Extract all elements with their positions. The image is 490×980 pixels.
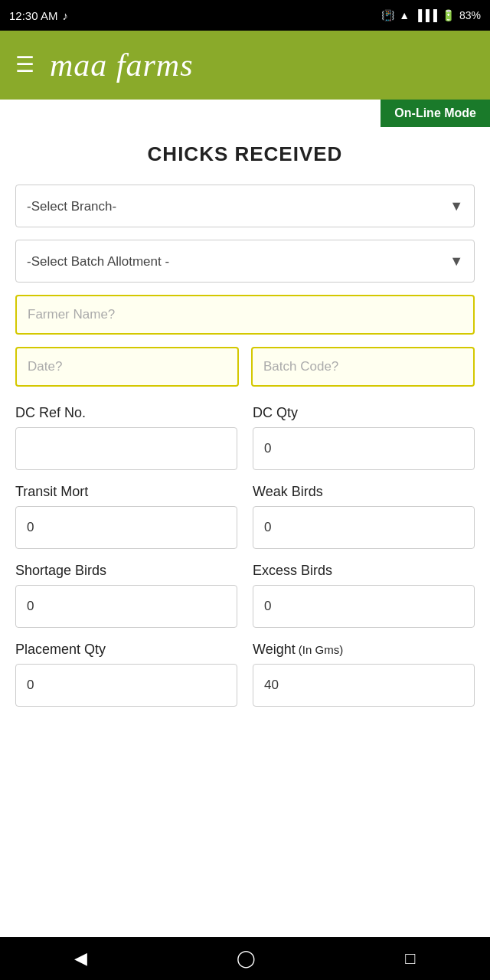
page-title: CHICKS RECEIVED <box>15 127 475 185</box>
recent-apps-button[interactable]: □ <box>390 942 430 975</box>
date-batchcode-row <box>15 347 475 387</box>
vibrate-icon: 📳 <box>381 9 394 21</box>
input-dc-qty[interactable] <box>253 427 475 470</box>
branch-dropdown-wrapper[interactable]: -Select Branch- ▼ <box>15 185 475 227</box>
field-group-excess-birds: Excess Birds <box>253 563 475 628</box>
status-left: 12:30 AM ♪ <box>9 9 68 22</box>
music-icon: ♪ <box>62 9 68 22</box>
date-input[interactable] <box>15 347 239 387</box>
label-placement-qty: Placement Qty <box>15 642 237 658</box>
label-dc-ref-no: DC Ref No. <box>15 405 237 421</box>
batch-dropdown-wrapper[interactable]: -Select Batch Allotment - ▼ <box>15 240 475 283</box>
field-group-shortage-birds: Shortage Birds <box>15 563 237 628</box>
field-group-transit-mort: Transit Mort <box>15 484 237 549</box>
input-placement-qty[interactable] <box>15 664 237 707</box>
menu-button[interactable]: ☰ <box>15 54 34 76</box>
battery-percent: 83% <box>459 9 481 21</box>
batch-dropdown-arrow: ▼ <box>449 253 463 270</box>
field-group-dc-qty: DC Qty <box>253 405 475 470</box>
input-transit-mort[interactable] <box>15 506 237 549</box>
field-group-weight: Weight (In Gms) <box>253 642 475 707</box>
farmer-name-row <box>15 295 475 335</box>
online-badge-row: On-Line Mode <box>0 100 490 127</box>
back-button[interactable]: ◀ <box>59 942 103 975</box>
bottom-nav: ◀ ◯ □ <box>0 937 490 980</box>
status-bar: 12:30 AM ♪ 📳 ▲ ▐▐▐ 🔋 83% <box>0 0 490 31</box>
label-weak-birds: Weak Birds <box>253 484 475 500</box>
online-mode-badge: On-Line Mode <box>381 100 490 127</box>
label-weight: Weight (In Gms) <box>253 642 475 658</box>
label-excess-birds: Excess Birds <box>253 563 475 579</box>
branch-dropdown[interactable]: -Select Branch- <box>27 199 449 214</box>
farmer-name-input[interactable] <box>15 295 475 335</box>
battery-icon: 🔋 <box>442 9 455 21</box>
app-header: ☰ maa farms <box>0 31 490 100</box>
batch-code-input[interactable] <box>251 347 475 387</box>
status-time: 12:30 AM <box>9 9 57 22</box>
input-dc-ref-no[interactable] <box>15 427 237 470</box>
home-button[interactable]: ◯ <box>221 942 271 975</box>
main-content: CHICKS RECEIVED -Select Branch- ▼ -Selec… <box>0 127 490 937</box>
input-weight[interactable] <box>253 664 475 707</box>
field-group-placement-qty: Placement Qty <box>15 642 237 707</box>
input-excess-birds[interactable] <box>253 585 475 628</box>
fields-grid: DC Ref No.DC QtyTransit MortWeak BirdsSh… <box>15 405 475 720</box>
label-transit-mort: Transit Mort <box>15 484 237 500</box>
field-group-weak-birds: Weak Birds <box>253 484 475 549</box>
label-dc-qty: DC Qty <box>253 405 475 421</box>
input-weak-birds[interactable] <box>253 506 475 549</box>
batch-dropdown[interactable]: -Select Batch Allotment - <box>27 254 449 269</box>
app-title: maa farms <box>50 47 194 83</box>
signal-icon: ▐▐▐ <box>414 9 437 21</box>
status-right: 📳 ▲ ▐▐▐ 🔋 83% <box>381 9 481 21</box>
branch-dropdown-arrow: ▼ <box>449 198 463 214</box>
input-shortage-birds[interactable] <box>15 585 237 628</box>
wifi-icon: ▲ <box>399 9 410 21</box>
field-group-dc-ref-no: DC Ref No. <box>15 405 237 470</box>
label-shortage-birds: Shortage Birds <box>15 563 237 579</box>
